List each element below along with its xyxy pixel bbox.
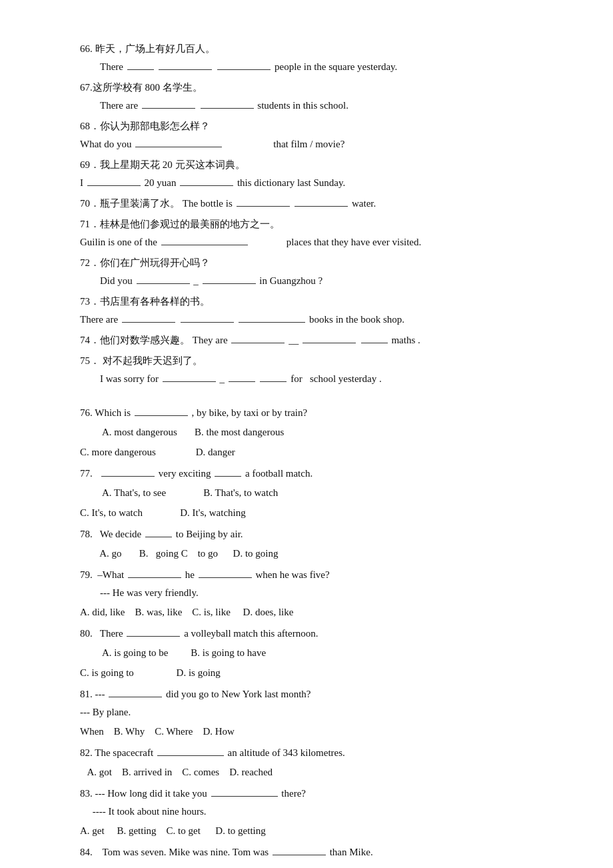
blank-75-3 [260,381,287,382]
question-70: 70．瓶子里装满了水。 The bottle is water. [80,195,560,213]
blank-77-2 [215,476,241,477]
q69-chinese: 69．我上星期天花 20 元买这本词典。 [80,156,560,174]
blank-70-1 [237,206,290,207]
q76-options: A. most dangerous B. the most dangerous … [80,422,560,462]
q73-chinese: 73．书店里有各种各样的书。 [80,293,560,311]
blank-76 [135,415,188,416]
q83-text: 83. --- How long did it take you there? [80,785,560,803]
question-82: 82. The spacecraft an altitude of 343 ki… [80,744,560,782]
blank-67-2 [201,108,254,109]
blank-67-1 [142,108,195,109]
q79-subtext: --- He was very friendly. [80,584,560,602]
q82-options: A. got B. arrived in C. comes D. reached [80,762,560,782]
blank-73-2 [181,322,234,323]
blank-83 [211,796,278,797]
q71-english: Guilin is one of the places that they ha… [80,233,560,251]
question-75: 75． 对不起我昨天迟到了。 I was sorry for _ for sch… [80,352,560,388]
q80-options: A. is going to be B. is going to have C.… [80,643,560,683]
q81-option-abcd: When B. Why C. Where D. How [80,721,560,741]
q68-english: What do you that film / movie? [80,135,560,153]
question-71: 71．桂林是他们参观过的最美丽的地方之一。 Guilin is one of t… [80,215,560,251]
blank-79-1 [128,577,181,578]
question-84: 84. Tom was seven. Mike was nine. Tom wa… [80,843,560,868]
q72-english: Did you _ in Guangzhou ? [80,272,560,290]
blank-73-1 [122,322,175,323]
blank-66-1 [127,69,154,70]
q76-option-cd: C. more dangerous D. danger [80,442,560,462]
question-69: 69．我上星期天花 20 元买这本词典。 I 20 yuan this dict… [80,156,560,192]
blank-72-2 [203,283,256,284]
blank-70-2 [295,206,348,207]
q73-english: There are books in the book shop. [80,311,560,329]
question-80: 80. There a volleyball match this aftern… [80,625,560,683]
q75-chinese: 75． 对不起我昨天迟到了。 [80,352,560,370]
q81-text: 81. --- did you go to New York last mont… [80,685,560,703]
q69-english: I 20 yuan this dictionary last Sunday. [80,174,560,192]
blank-81 [109,697,162,697]
q77-option-ab: A. That's, to see B. That's, to watch [80,483,560,503]
blank-80 [127,636,180,637]
blank-84 [273,855,326,855]
blank-79-2 [199,577,252,578]
question-68: 68．你认为那部电影怎么样？ What do you that film / m… [80,117,560,153]
question-83: 83. --- How long did it take you there? … [80,785,560,841]
blank-77-1 [101,476,155,477]
blank-74-2 [303,343,356,343]
q81-options: When B. Why C. Where D. How [80,721,560,741]
q84-text: 84. Tom was seven. Mike was nine. Tom wa… [80,843,560,861]
blank-73-3 [239,322,305,323]
q77-options: A. That's, to see B. That's, to watch C.… [80,483,560,523]
question-74: 74．他们对数学感兴趣。 They are __ maths . [80,331,560,349]
blank-78 [145,537,172,537]
q75-english: I was sorry for _ for school yesterday . [80,370,560,388]
q77-option-cd: C. It's, to watch D. It's, watching [80,503,560,523]
q76-option-ab: A. most dangerous B. the most dangerous [80,422,560,442]
question-81: 81. --- did you go to New York last mont… [80,685,560,741]
exam-content: 66. 昨天，广场上有好几百人。 There people in the squ… [80,40,560,868]
blank-74-3 [361,343,388,343]
question-78: 78. We decide to Beijing by air. A. go B… [80,525,560,563]
q67-english: There are students in this school. [80,97,560,115]
q84-option-abcd: A. older B. bigger C. younger D. taller [80,861,560,868]
q80-option-cd: C. is going to D. is going [80,663,560,683]
q82-option-abcd: A. got B. arrived in C. comes D. reached [80,762,560,782]
blank-66-2 [159,69,212,70]
question-79: 79. –What he when he was five? --- He wa… [80,566,560,622]
q68-chinese: 68．你认为那部电影怎么样？ [80,117,560,135]
q80-text: 80. There a volleyball match this aftern… [80,625,560,643]
question-72: 72．你们在广州玩得开心吗？ Did you _ in Guangzhou ? [80,254,560,290]
q80-option-ab: A. is going to be B. is going to have [80,643,560,663]
question-77: 77. very exciting a football match. A. T… [80,465,560,523]
q81-subtext: --- By plane. [80,703,560,721]
q67-chinese: 67.这所学校有 800 名学生。 [80,79,560,97]
blank-69-2 [180,185,233,186]
q74-text: 74．他们对数学感兴趣。 They are __ maths . [80,331,560,349]
question-67: 67.这所学校有 800 名学生。 There are students in … [80,79,560,115]
question-73: 73．书店里有各种各样的书。 There are books in the bo… [80,293,560,329]
q83-options: A. get B. getting C. to get D. to gettin… [80,821,560,841]
blank-69-1 [87,185,141,186]
q78-text: 78. We decide to Beijing by air. [80,525,560,543]
q71-chinese: 71．桂林是他们参观过的最美丽的地方之一。 [80,215,560,233]
q83-subtext: ---- It took about nine hours. [80,803,560,821]
question-66: 66. 昨天，广场上有好几百人。 There people in the squ… [80,40,560,76]
q66-chinese: 66. 昨天，广场上有好几百人。 [80,40,560,58]
blank-75-1 [163,381,216,382]
q84-options: A. older B. bigger C. younger D. taller [80,861,560,868]
question-76: 76. Which is , by bike, by taxi or by tr… [80,404,560,462]
q72-chinese: 72．你们在广州玩得开心吗？ [80,254,560,272]
blank-75-2 [229,381,255,382]
q83-option-abcd: A. get B. getting C. to get D. to gettin… [80,821,560,841]
q70-text: 70．瓶子里装满了水。 The bottle is water. [80,195,560,213]
blank-82 [157,755,224,756]
blank-68-1 [135,147,222,147]
q79-options: A. did, like B. was, like C. is, like D.… [80,602,560,622]
q79-text: 79. –What he when he was five? [80,566,560,584]
q79-option-abcd: A. did, like B. was, like C. is, like D.… [80,602,560,622]
q78-options: A. go B. going C to go D. to going [80,543,560,563]
blank-71-1 [161,245,248,245]
blank-72-1 [137,283,190,284]
q78-option-abcd: A. go B. going C to go D. to going [80,543,560,563]
q66-english: There people in the square yesterday. [80,58,560,76]
q76-text: 76. Which is , by bike, by taxi or by tr… [80,404,560,422]
